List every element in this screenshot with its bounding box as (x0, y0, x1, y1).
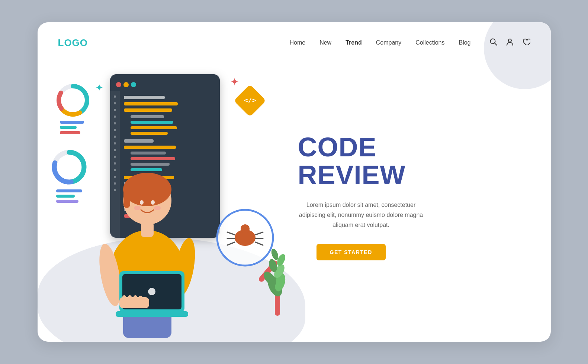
svg-text:✦: ✦ (184, 276, 191, 284)
user-icon[interactable] (506, 38, 514, 48)
svg-rect-38 (124, 102, 178, 105)
svg-point-19 (123, 82, 129, 87)
nav-item-home[interactable]: Home (289, 39, 305, 46)
logo[interactable]: LOGO (58, 37, 88, 49)
svg-rect-39 (124, 108, 172, 112)
text-area: CODE REVIEW Lorem ipsum dolor sit amet, … (290, 52, 551, 342)
svg-rect-45 (124, 146, 176, 149)
nav-item-collections[interactable]: Collections (415, 39, 444, 46)
svg-rect-48 (131, 163, 170, 166)
svg-rect-13 (56, 189, 82, 192)
nav-icons (489, 38, 530, 48)
svg-rect-9 (60, 131, 80, 134)
svg-rect-17 (110, 74, 220, 238)
svg-line-65 (227, 242, 235, 245)
nav-item-blog[interactable]: Blog (459, 39, 470, 46)
svg-rect-50 (124, 176, 174, 179)
svg-rect-14 (56, 195, 75, 198)
nav-link-home[interactable]: Home (289, 39, 305, 46)
svg-rect-53 (124, 195, 157, 198)
hero-title-line1: CODE (298, 132, 377, 162)
svg-rect-98 (134, 295, 137, 303)
svg-rect-41 (131, 121, 173, 124)
svg-point-25 (114, 116, 116, 118)
svg-rect-90 (123, 301, 171, 338)
svg-rect-57 (234, 84, 266, 117)
svg-point-72 (264, 273, 285, 299)
svg-line-1 (495, 43, 497, 45)
svg-rect-21 (110, 91, 120, 238)
main-card: LOGO Home New Trend Company Collections … (38, 22, 551, 342)
nav-item-new[interactable]: New (319, 39, 331, 46)
svg-point-26 (114, 122, 116, 124)
svg-rect-99 (139, 296, 142, 303)
svg-point-61 (235, 230, 256, 246)
nav-link-blog[interactable]: Blog (459, 39, 470, 46)
svg-point-33 (114, 169, 116, 171)
svg-point-36 (114, 189, 116, 191)
svg-point-28 (114, 136, 116, 138)
svg-rect-92 (122, 274, 181, 309)
svg-point-34 (114, 176, 116, 178)
main-content: ✦ (38, 52, 551, 342)
nav-link-company[interactable]: Company (376, 39, 401, 46)
svg-rect-91 (119, 271, 184, 312)
nav-item-trend[interactable]: Trend (346, 39, 362, 46)
nav-links: Home New Trend Company Collections Blog (289, 39, 470, 46)
nav-item-company[interactable]: Company (376, 39, 401, 46)
svg-rect-37 (124, 96, 165, 99)
svg-point-93 (148, 288, 155, 295)
illustration-area: ✦ (38, 52, 290, 342)
svg-point-22 (114, 95, 116, 98)
svg-point-27 (114, 129, 116, 131)
svg-point-60 (217, 210, 273, 266)
svg-line-63 (227, 232, 235, 235)
illustration-svg: ✦ (38, 52, 290, 342)
svg-point-24 (114, 109, 116, 111)
svg-rect-94 (116, 311, 188, 317)
svg-point-81 (123, 173, 171, 206)
svg-point-6 (59, 86, 87, 114)
svg-rect-54 (124, 201, 167, 205)
svg-point-74 (261, 269, 279, 287)
svg-rect-51 (124, 182, 165, 185)
svg-point-78 (270, 248, 280, 261)
svg-point-88 (95, 242, 125, 308)
svg-point-75 (272, 263, 286, 280)
svg-point-79 (110, 230, 184, 312)
svg-rect-69 (258, 260, 279, 283)
heart-icon[interactable] (522, 38, 530, 48)
svg-rect-96 (122, 295, 126, 303)
svg-point-62 (241, 224, 250, 233)
svg-rect-55 (124, 208, 161, 211)
svg-point-12 (54, 152, 84, 182)
svg-point-2 (508, 39, 511, 42)
svg-point-3 (59, 86, 87, 114)
svg-point-89 (170, 237, 199, 298)
svg-point-10 (54, 152, 84, 182)
svg-rect-52 (124, 189, 170, 192)
svg-point-30 (114, 149, 116, 151)
hero-description: Lorem ipsum dolor sit amet, consectetuer… (298, 200, 424, 230)
navbar: LOGO Home New Trend Company Collections … (38, 22, 551, 52)
nav-link-trend[interactable]: Trend (346, 39, 362, 46)
svg-rect-40 (131, 115, 164, 118)
svg-rect-56 (124, 214, 154, 218)
svg-point-84 (151, 200, 155, 205)
nav-link-collections[interactable]: Collections (415, 39, 444, 46)
nav-link-new[interactable]: New (319, 39, 331, 46)
svg-point-31 (114, 156, 116, 158)
svg-rect-43 (131, 132, 168, 135)
svg-text:✦: ✦ (230, 76, 239, 88)
search-icon[interactable] (489, 38, 498, 48)
svg-rect-47 (131, 157, 175, 160)
svg-point-4 (59, 86, 87, 114)
svg-rect-7 (60, 121, 84, 124)
svg-point-29 (114, 142, 116, 144)
hero-title: CODE REVIEW (298, 133, 528, 189)
svg-rect-44 (124, 139, 154, 143)
svg-rect-97 (128, 295, 132, 303)
svg-point-73 (273, 272, 287, 292)
svg-point-35 (114, 182, 116, 185)
cta-button[interactable]: GET STARTED (317, 244, 386, 260)
